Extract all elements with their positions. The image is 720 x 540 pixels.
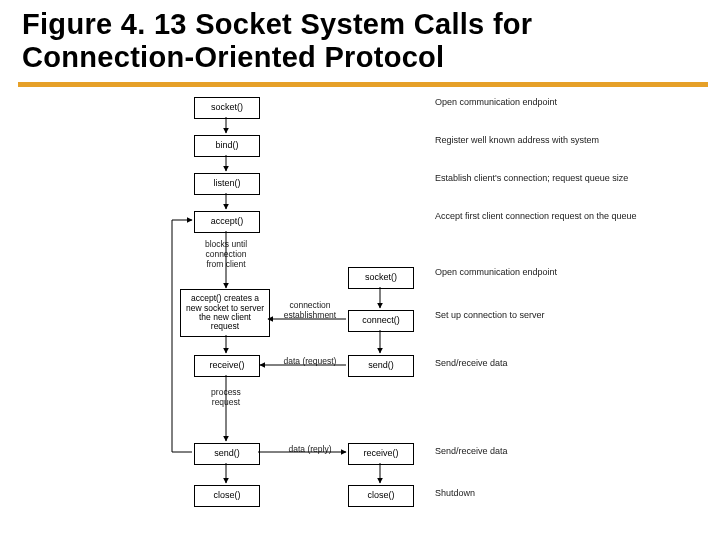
server-receive: receive() — [194, 355, 260, 377]
desc-socket-client: Open communication endpoint — [435, 267, 557, 278]
client-socket: socket() — [348, 267, 414, 289]
desc-bind: Register well known address with system — [435, 135, 599, 146]
desc-connect: Set up connection to server — [435, 310, 545, 321]
label-reply: data (reply) — [280, 444, 340, 454]
server-socket: socket() — [194, 97, 260, 119]
client-send: send() — [348, 355, 414, 377]
page-title: Figure 4. 13 Socket System Calls for Con… — [22, 8, 702, 75]
title-rule — [18, 82, 708, 87]
server-close: close() — [194, 485, 260, 507]
note-process: process request — [200, 388, 252, 408]
desc-data2: Send/receive data — [435, 446, 508, 457]
desc-accept: Accept first client connection request o… — [435, 211, 637, 222]
label-estab: connection establishment — [275, 300, 345, 320]
client-receive: receive() — [348, 443, 414, 465]
desc-close: Shutdown — [435, 488, 475, 499]
server-bind: bind() — [194, 135, 260, 157]
desc-socket-server: Open communication endpoint — [435, 97, 557, 108]
label-req: data (request) — [280, 356, 340, 366]
client-connect: connect() — [348, 310, 414, 332]
note-blocks: blocks until connection from client — [198, 240, 254, 269]
server-listen: listen() — [194, 173, 260, 195]
server-accept: accept() — [194, 211, 260, 233]
client-close: close() — [348, 485, 414, 507]
note-new-socket: accept() creates a new socket to server … — [180, 289, 270, 337]
desc-data1: Send/receive data — [435, 358, 508, 369]
desc-listen: Establish client's connection; request q… — [435, 173, 628, 184]
server-send: send() — [194, 443, 260, 465]
